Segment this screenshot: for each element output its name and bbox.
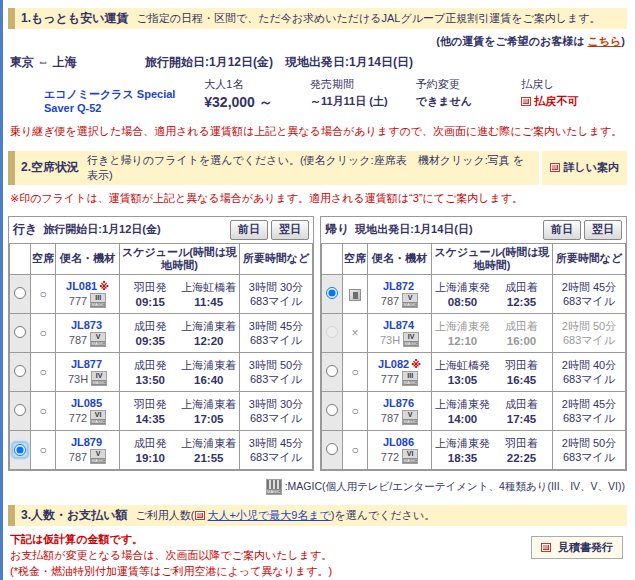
return-flight-radio[interactable] bbox=[326, 365, 338, 377]
magic-entertainment-icon: VMAGIC bbox=[402, 410, 418, 425]
detail-guide-link[interactable]: 詳しい案内 bbox=[563, 160, 619, 175]
going-flight-row: ○ JL085 772VIMAGIC 羽田発14:35 上海浦東着17:05 3… bbox=[10, 392, 313, 431]
passenger-limit-link[interactable]: 大人+小児で最大9名まで bbox=[208, 509, 331, 521]
flight-number-link[interactable]: JL879 bbox=[71, 436, 102, 448]
seat-status: ○ bbox=[31, 392, 56, 431]
flight-number-link[interactable]: JL872 bbox=[383, 280, 414, 292]
magic-entertainment-icon: VIMAGIC bbox=[90, 410, 106, 425]
seat-status-image-icon bbox=[349, 289, 361, 301]
transfer-note: 乗り継ぎ便を選択した場合、適用される運賃額は上記と異なる場合がありますので、次画… bbox=[8, 120, 627, 143]
aircraft-link[interactable]: 787 bbox=[69, 451, 87, 463]
going-header-row: 空席 便名・機材 スケジュール(時間は現地時間) 所要時間など bbox=[10, 243, 313, 274]
going-title: 行き bbox=[13, 221, 37, 238]
aircraft-link[interactable]: 787 bbox=[381, 412, 399, 424]
asterisk-flight-note: ※印のフライトは、運賃額が上記と異なる場合があります。適用される運賃額は“3”に… bbox=[8, 187, 627, 210]
going-flight-radio[interactable] bbox=[14, 365, 26, 377]
seat-status: ○ bbox=[343, 431, 368, 470]
flight-number-link[interactable]: JL877 bbox=[71, 358, 102, 370]
refund-label: 払戻し bbox=[521, 75, 627, 94]
return-next-day-button[interactable]: 翌日 bbox=[584, 220, 622, 240]
return-flight-radio[interactable] bbox=[326, 326, 338, 338]
going-prev-day-button[interactable]: 前日 bbox=[230, 220, 268, 240]
seat-status: ○ bbox=[31, 353, 56, 392]
going-flight-row-selected: ○ JL879 787VMAGIC 成田発19:10 上海浦東着21:55 3時… bbox=[10, 431, 313, 470]
arrival-time: 11:45 bbox=[180, 296, 239, 308]
fare-class-link[interactable]: エコノミークラス Special Saver Q-52 bbox=[44, 88, 175, 114]
other-fare-note: (他の運賃をご希望のお客様は こちら) bbox=[8, 31, 627, 51]
section2-description: 行きと帰りのフライトを選んでください。(便名クリック:座席表 機材クリック:写真… bbox=[87, 153, 533, 183]
flight-number-link[interactable]: JL874 bbox=[383, 319, 414, 331]
magic-legend-text: :MAGIC(個人用テレビ/エンターテイメント、4種類あり(III、IV、V、V… bbox=[285, 480, 625, 494]
aircraft-link[interactable]: 772 bbox=[69, 412, 87, 424]
return-flight-row: ○ JL086 772VIMAGIC 上海浦東発18:35 羽田着22:25 2… bbox=[322, 431, 626, 470]
return-flight-row: ○ JL082※ 777IIIMAGIC 上海虹橋発13:05 羽田着16:45… bbox=[322, 353, 626, 392]
adult-price: ¥32,000 ～ bbox=[204, 94, 310, 112]
magic-legend: MAGIC :MAGIC(個人用テレビ/エンターテイメント、4種類あり(III、… bbox=[8, 471, 627, 505]
aircraft-link[interactable]: 73H bbox=[68, 373, 88, 385]
aircraft-link[interactable]: 772 bbox=[381, 451, 399, 463]
going-flight-row: ○ JL877 73HIVMAGIC 成田発13:50 上海浦東着16:40 3… bbox=[10, 353, 313, 392]
popup-window-icon bbox=[521, 97, 531, 106]
magic-entertainment-icon: IIIMAGIC bbox=[90, 293, 106, 308]
estimate-note-1: 下記は仮計算の金額です。 bbox=[8, 528, 531, 547]
section1-accent-bar bbox=[8, 8, 15, 29]
adult-count-label: 大人1名 bbox=[204, 75, 310, 94]
going-flight-table: 行き 旅行開始日:1月12日(金) 前日 翌日 空席 便名・機材 スケジュール(… bbox=[8, 216, 314, 471]
return-flight-row: ○ JL876 787VMAGIC 上海浦東発14:00 成田着17:45 2時… bbox=[322, 392, 626, 431]
popup-window-icon bbox=[541, 543, 551, 552]
return-flight-radio[interactable] bbox=[326, 404, 338, 416]
section1-title: 1.もっとも安い運賃 bbox=[21, 10, 128, 27]
aircraft-link[interactable]: 777 bbox=[381, 373, 399, 385]
going-flight-row: ○ JL081※ 777IIIMAGIC 羽田発09:15 上海虹橋着11:45… bbox=[10, 275, 313, 314]
going-next-day-button[interactable]: 翌日 bbox=[271, 220, 309, 240]
magic-entertainment-icon: IVMAGIC bbox=[403, 332, 419, 347]
section3-title: 3.人数・お支払い額 bbox=[21, 507, 128, 524]
magic-entertainment-icon: MAGIC bbox=[266, 479, 282, 495]
fare-differs-mark: ※ bbox=[99, 281, 109, 292]
seat-status: ○ bbox=[31, 275, 56, 314]
route-label: 東京 ⇔ 上海 bbox=[10, 54, 145, 71]
aircraft-link[interactable]: 787 bbox=[69, 334, 87, 346]
seat-status: ○ bbox=[343, 392, 368, 431]
fare-summary: エコノミークラス Special Saver Q-52 大人1名 ¥32,000… bbox=[8, 73, 627, 120]
magic-entertainment-icon: VIMAGIC bbox=[402, 449, 418, 464]
estimate-note-2: お支払額が変更となる場合は、次画面以降でご案内いたします。 bbox=[8, 547, 531, 563]
flight-number-link[interactable]: JL873 bbox=[71, 319, 102, 331]
radio-focus-highlight bbox=[13, 443, 27, 457]
change-label: 予約変更 bbox=[416, 75, 522, 94]
aircraft-link[interactable]: 787 bbox=[381, 295, 399, 307]
travel-dates: 旅行開始日:1月12日(金) 現地出発日:1月14日(日) bbox=[145, 54, 413, 71]
going-flight-radio[interactable] bbox=[14, 326, 26, 338]
section1-header: 1.もっとも安い運賃 ご指定の日程・区間で、ただ今お求めいただけるJALグループ… bbox=[8, 8, 627, 29]
return-flight-row-unavailable: × JL874 73HIVMAGIC 上海浦東発12:10 成田着16:00 2… bbox=[322, 314, 626, 353]
sale-period-value: ～11月11日 (土) bbox=[310, 94, 416, 109]
change-value: できません bbox=[416, 94, 522, 109]
section1-description: ご指定の日程・区間で、ただ今お求めいただけるJALグループ正規割引運賃をご案内し… bbox=[136, 11, 600, 26]
return-header-row: 空席 便名・機材 スケジュール(時間は現地時間) 所要時間など bbox=[322, 243, 626, 274]
issue-estimate-button[interactable]: 見積書発行 bbox=[531, 536, 623, 559]
magic-entertainment-icon: VMAGIC bbox=[90, 449, 106, 464]
fare-booking-page: 1.もっとも安い運賃 ご指定の日程・区間で、ただ今お求めいただけるJALグループ… bbox=[0, 0, 635, 580]
going-flight-row: ○ JL873 787VMAGIC 成田発09:35 上海浦東着12:20 3時… bbox=[10, 314, 313, 353]
other-fare-link[interactable]: こちら bbox=[588, 35, 622, 47]
departure-airport: 羽田発 bbox=[121, 280, 180, 295]
aircraft-link[interactable]: 73H bbox=[380, 334, 400, 346]
flight-number-link[interactable]: JL081 bbox=[66, 280, 97, 292]
going-flight-radio[interactable] bbox=[14, 444, 26, 456]
flight-number-link[interactable]: JL085 bbox=[71, 397, 102, 409]
seat-status: ○ bbox=[31, 314, 56, 353]
seat-status: ○ bbox=[343, 353, 368, 392]
estimate-note-3: (*税金・燃油特別付加運賃等はご利用空港によって異なります。) bbox=[8, 563, 531, 580]
seat-status: ○ bbox=[31, 431, 56, 470]
going-flight-radio[interactable] bbox=[14, 287, 26, 299]
flight-number-link[interactable]: JL082 bbox=[378, 358, 409, 370]
flight-number-link[interactable]: JL876 bbox=[383, 397, 414, 409]
going-flight-radio[interactable] bbox=[14, 404, 26, 416]
flight-number-link[interactable]: JL086 bbox=[383, 436, 414, 448]
return-prev-day-button[interactable]: 前日 bbox=[543, 220, 581, 240]
aircraft-link[interactable]: 777 bbox=[69, 295, 87, 307]
seat-status: × bbox=[343, 314, 368, 353]
section2-title: 2.空席状況 bbox=[21, 159, 79, 176]
return-flight-radio[interactable] bbox=[326, 443, 338, 455]
return-flight-radio[interactable] bbox=[326, 287, 338, 299]
